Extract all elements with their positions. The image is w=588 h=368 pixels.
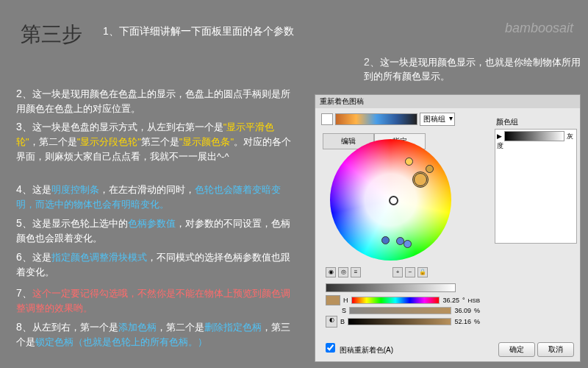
- artwork-group-dropdown[interactable]: 图稿组: [420, 113, 455, 126]
- color-handle[interactable]: [404, 240, 412, 248]
- h-slider[interactable]: [351, 297, 440, 304]
- color-bars-icon[interactable]: ≡: [351, 267, 361, 277]
- note-2-right: 2、这一块是现用颜色显示，也就是你绘制物体所用到的所有颜色显示。: [364, 55, 584, 83]
- item-5: 5、这是显示色轮上选中的色柄参数值，对参数的不同设置，色柄颜色也会跟着变化。: [16, 216, 295, 246]
- gray-gradient[interactable]: [504, 131, 564, 141]
- current-colors-bar[interactable]: [335, 113, 417, 125]
- color-handle[interactable]: [405, 158, 413, 166]
- s-slider[interactable]: [349, 307, 451, 314]
- item-2: 2、这一块是现用颜色在色盘上的显示，色盘上的圆点手柄则是所用颜色在色盘上的对应位…: [16, 86, 295, 116]
- ok-button[interactable]: 确定: [498, 342, 535, 357]
- brightness-slider[interactable]: [326, 283, 456, 292]
- recolor-artwork-checkbox[interactable]: [326, 343, 335, 353]
- smooth-wheel-icon[interactable]: ◉: [326, 267, 336, 277]
- remove-handle-icon[interactable]: −: [405, 267, 415, 277]
- cancel-button[interactable]: 取消: [537, 342, 574, 357]
- hsb-mode[interactable]: HSB: [468, 297, 480, 304]
- color-handle-center[interactable]: [389, 196, 398, 205]
- add-handle-icon[interactable]: +: [392, 267, 403, 277]
- palette-icon[interactable]: [321, 113, 333, 125]
- step-title: 第三步: [21, 21, 82, 49]
- segment-wheel-icon[interactable]: ◎: [338, 267, 348, 277]
- color-wheel[interactable]: [330, 139, 451, 261]
- item-4: 4、这是明度控制条，在左右滑动的同时，色轮也会随着变暗变明，而选中的物体也会有明…: [16, 182, 295, 212]
- watermark: bamboosait: [505, 21, 573, 36]
- color-handle[interactable]: [381, 236, 390, 244]
- subtitle: 1、下面详细讲解一下面板里面的各个参数: [103, 25, 294, 38]
- mode-icon[interactable]: ◐: [326, 316, 337, 328]
- item-6: 6、这是指定颜色调整滑块模式，不同模式的选择色柄参数值也跟着变化。: [16, 250, 295, 280]
- b-slider[interactable]: [348, 318, 451, 325]
- lock-handle-icon[interactable]: 🔒: [417, 267, 428, 277]
- color-group-panel: 颜色组 ▶ 灰度: [495, 116, 577, 244]
- item-3: 3、这一块是色盘的显示方式，从左到右第一个是"显示平滑色轮"，第二个是"显示分段…: [16, 119, 295, 163]
- panel-title: 重新着色图稿: [315, 95, 580, 108]
- item-8: 8、从左到右，第一个是添加色柄，第二个是删除指定色柄，第三个是锁定色柄（也就是色…: [16, 319, 295, 350]
- recolor-panel: 重新着色图稿 图稿组 编辑 指定 颜色组 ▶ 灰度 ◉ ◎ ≡ + − 🔒 H3…: [315, 94, 581, 362]
- color-handle[interactable]: [426, 165, 434, 173]
- item-7: 7、这个一定要记得勾选哦，不然你是不能在物体上预览到颜色调整调整的效果哟。: [16, 286, 295, 316]
- color-handle-main[interactable]: [412, 171, 429, 188]
